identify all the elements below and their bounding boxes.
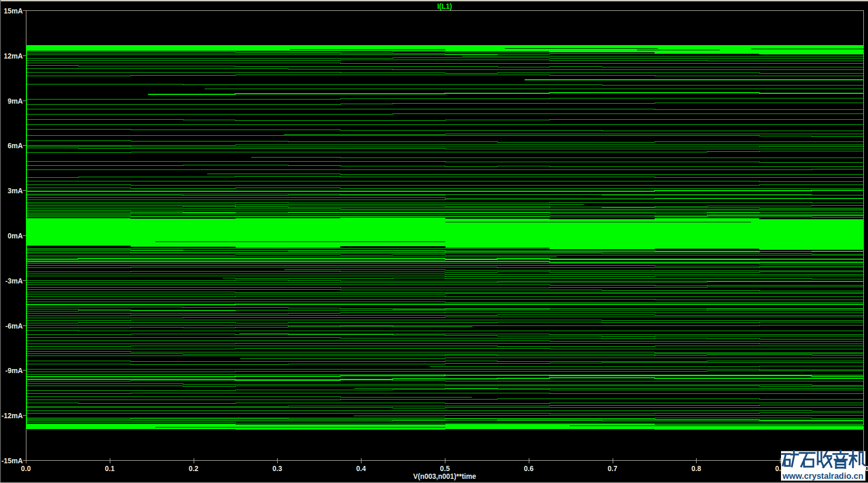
svg-text:0.4: 0.4 <box>356 464 366 473</box>
svg-text:3mA: 3mA <box>8 186 23 195</box>
svg-text:0.6: 0.6 <box>524 464 533 473</box>
svg-text:0.1: 0.1 <box>105 464 114 473</box>
svg-text:0.3: 0.3 <box>272 464 282 473</box>
svg-text:-3mA: -3mA <box>5 276 23 285</box>
svg-text:-15mA: -15mA <box>2 456 23 465</box>
svg-text:www.crystalradio.cn: www.crystalradio.cn <box>782 472 863 480</box>
svg-text:15mA: 15mA <box>4 6 23 15</box>
svg-text:12mA: 12mA <box>4 51 23 60</box>
svg-text:-12mA: -12mA <box>2 411 23 420</box>
svg-text:V(n003,n001)**time: V(n003,n001)**time <box>413 472 476 480</box>
svg-text:0.2: 0.2 <box>189 464 198 473</box>
svg-text:0.0: 0.0 <box>21 464 31 473</box>
svg-text:9mA: 9mA <box>8 96 23 105</box>
svg-text:0.8: 0.8 <box>691 464 701 473</box>
svg-text:0mA: 0mA <box>8 231 23 240</box>
svg-text:-9mA: -9mA <box>5 366 23 375</box>
svg-text:6mA: 6mA <box>8 141 23 150</box>
svg-text:I(L1): I(L1) <box>437 2 452 10</box>
svg-text:-6mA: -6mA <box>5 321 23 330</box>
svg-text:0.7: 0.7 <box>607 464 617 473</box>
